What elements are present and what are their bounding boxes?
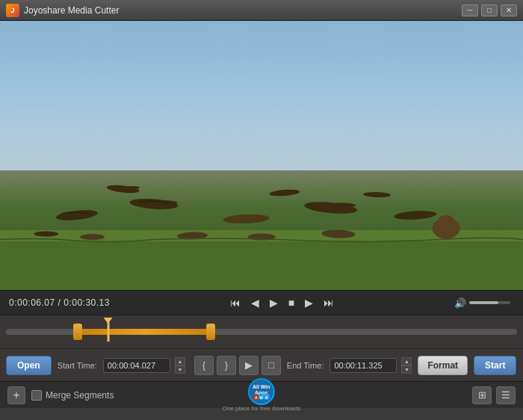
mark-out-button[interactable]: } [217,356,236,375]
volume-icon: 🔊 [454,297,466,309]
svg-point-11 [105,184,141,194]
start-time-down[interactable]: ▼ [175,365,185,374]
watermark: All Win Apps A W A One place for free do… [223,378,301,412]
start-time-label: Start Time: [58,361,97,370]
add-button[interactable]: + [7,386,25,404]
end-time-up[interactable]: ▲ [401,357,412,365]
merge-label: Merge Segments [46,390,114,401]
svg-point-22 [80,234,105,240]
sky-bg [0,21,523,170]
watermark-logo: All Win Apps A W A [248,378,275,405]
titlebar: J Joyoshare Media Cutter ─ □ ✕ [0,0,523,21]
app-logo: J [6,4,19,17]
bottom-toolbar: Open Start Time: ▲ ▼ { } ▶ □ End Time: ▲… [0,348,523,381]
mark-in-button[interactable]: { [194,356,214,375]
segments-view-button[interactable]: ⊞ [472,386,492,404]
svg-point-9 [329,203,356,208]
start-time-spinner: ▲ ▼ [175,357,185,374]
svg-point-4 [128,197,180,211]
volume-section: 🔊 [454,297,514,309]
svg-point-7 [246,215,269,219]
next-frame-button[interactable]: ▶ [301,295,317,310]
svg-point-10 [393,210,438,221]
timeline-handle-left[interactable] [73,324,82,340]
playback-buttons: ⏮ ◀ ▶ ■ ▶ ⏭ [110,295,454,310]
timeline-range [78,329,211,335]
skip-back-button[interactable]: ⏮ [226,295,244,310]
cut-buttons: { } ▶ □ [194,356,281,375]
window-controls: ─ □ ✕ [462,4,517,16]
timeline-handle-right[interactable] [206,324,215,340]
close-button[interactable]: ✕ [501,4,517,16]
cut-stop-button[interactable]: □ [262,356,281,375]
ground-bg [0,155,523,290]
svg-point-8 [302,200,359,216]
minimize-button[interactable]: ─ [462,4,478,16]
svg-text:All Win: All Win [253,384,270,389]
time-display: 0:00:06.07 / 0:00:30.13 [9,297,110,308]
svg-point-12 [122,186,140,189]
watermark-text: One place for free downloads [223,405,301,412]
start-button[interactable]: Start [474,356,516,375]
svg-point-6 [223,214,270,225]
timeline-area[interactable] [0,315,523,348]
video-area [0,21,523,290]
svg-rect-18 [443,218,449,224]
svg-text:W: W [260,395,264,400]
scene-svg [0,155,523,290]
timeline-cursor[interactable] [107,322,109,342]
skip-forward-button[interactable]: ⏭ [320,295,338,310]
start-time-up[interactable]: ▲ [175,357,185,365]
end-time-input[interactable] [329,358,397,373]
list-view-button[interactable]: ☰ [496,386,516,404]
merge-checkbox[interactable] [31,390,42,401]
svg-point-15 [34,232,58,237]
status-bar: + Merge Segments All Win Apps A W A One … [0,381,523,408]
svg-point-14 [362,191,391,198]
open-button[interactable]: Open [6,356,52,375]
cut-play-button[interactable]: ▶ [239,356,259,375]
end-time-spinner: ▲ ▼ [401,357,412,374]
svg-text:A: A [255,395,258,400]
volume-fill [469,301,498,304]
app-title: Joyoshare Media Cutter [24,5,462,16]
timeline-track[interactable] [6,329,517,335]
controls-bar: 0:00:06.07 / 0:00:30.13 ⏮ ◀ ▶ ■ ▶ ⏭ 🔊 [0,290,523,315]
status-right-buttons: ⊞ ☰ [472,386,516,404]
end-time-label: End Time: [287,361,324,370]
play-button[interactable]: ▶ [266,295,282,310]
start-time-input[interactable] [103,358,170,373]
svg-text:A: A [265,395,268,400]
watermark-svg: All Win Apps A W A [249,379,274,404]
video-frame [0,21,523,290]
end-time-down[interactable]: ▼ [401,365,412,374]
maximize-button[interactable]: □ [481,4,498,16]
prev-frame-button[interactable]: ◀ [247,295,263,310]
format-button[interactable]: Format [418,356,468,375]
svg-rect-0 [0,238,523,290]
volume-bar[interactable] [469,301,510,304]
stop-button[interactable]: ■ [285,295,298,310]
svg-point-13 [268,188,300,197]
